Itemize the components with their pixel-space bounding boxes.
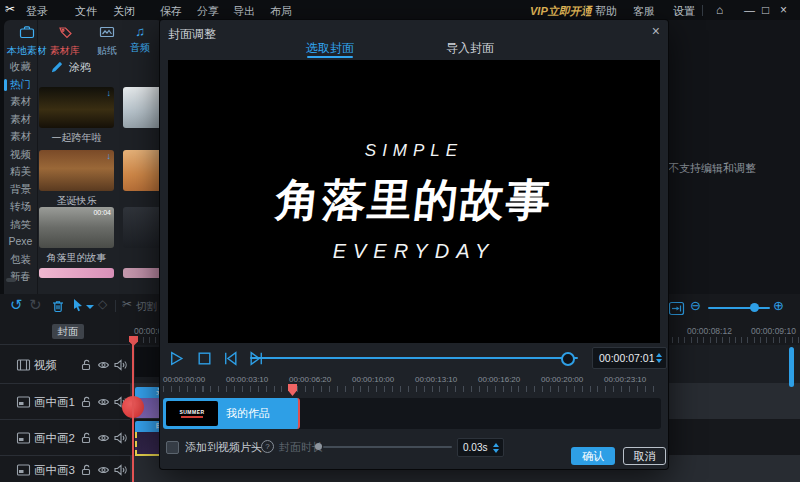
media-thumbnail[interactable]: 电 [123, 207, 163, 265]
eye-icon[interactable] [97, 432, 110, 444]
category-item[interactable]: 转场 [4, 198, 37, 216]
step-up-icon[interactable] [493, 443, 499, 447]
menu-settings[interactable]: 设置 [673, 4, 695, 19]
clip-thumbnail: SUMMER [166, 401, 218, 426]
category-item[interactable]: Pexe [4, 233, 37, 251]
home-icon[interactable]: ⌂ [716, 3, 723, 17]
menu-support[interactable]: 客服 [633, 4, 655, 19]
toolbox-icon [19, 25, 35, 39]
trash-icon[interactable] [51, 299, 65, 313]
category-item[interactable]: 搞笑 [4, 216, 37, 234]
track-header-pip1[interactable]: 画中画1 [0, 383, 130, 420]
menu-file[interactable]: 文件 [75, 4, 97, 19]
track-header-video[interactable]: 视频 [0, 344, 130, 384]
add-to-head-checkbox[interactable] [166, 441, 179, 454]
minimize-icon[interactable]: — [744, 4, 755, 16]
lock-icon[interactable] [80, 432, 92, 444]
select-cursor-icon[interactable] [71, 298, 84, 312]
window-close-icon[interactable]: × [780, 3, 787, 17]
timecode-input[interactable]: 00:00:07:01 [592, 347, 667, 369]
lock-icon[interactable] [80, 396, 92, 408]
vip-upgrade-button[interactable]: VIP立即开通 [530, 4, 592, 19]
modal-ruler-ticks[interactable] [163, 386, 661, 392]
track-label: 画中画1 [34, 395, 75, 410]
menu-share[interactable]: 分享 [197, 4, 219, 19]
speaker-icon[interactable] [114, 432, 128, 444]
project-clip[interactable]: SUMMER 我的作品 [163, 398, 300, 429]
media-thumbnail[interactable]: 00:04 角落里的故事 [39, 207, 114, 265]
duration-stepper[interactable] [493, 443, 499, 453]
thumbnail-label: 夏日 [123, 194, 163, 208]
cover-button[interactable]: 封面 [52, 324, 84, 339]
timecode-stepper[interactable] [656, 353, 662, 363]
scissors-cut-icon[interactable]: ✂ [122, 298, 132, 310]
step-down-icon[interactable] [656, 359, 662, 363]
keyframe-diamond-icon[interactable]: ◇ [98, 298, 107, 310]
category-video[interactable]: 视频 [4, 146, 37, 164]
timeline-zoom-slider[interactable] [708, 307, 770, 309]
eye-icon[interactable] [97, 396, 110, 408]
zoom-slider-handle[interactable] [750, 303, 759, 312]
media-thumbnail-partial[interactable] [123, 268, 163, 278]
category-scrollbar[interactable] [6, 278, 16, 282]
stop-icon[interactable] [196, 350, 213, 367]
category-hot[interactable]: 热门 [4, 76, 37, 94]
menu-save[interactable]: 保存 [160, 4, 182, 19]
redo-icon[interactable]: ↻ [29, 297, 42, 312]
speaker-icon[interactable] [114, 464, 128, 476]
zoom-in-icon[interactable]: ⊕ [773, 299, 784, 312]
menu-close[interactable]: 关闭 [113, 4, 135, 19]
modal-playhead-marker[interactable] [288, 384, 297, 396]
eye-icon[interactable] [97, 359, 110, 371]
download-icon[interactable]: ↓ [107, 88, 112, 98]
media-collection-header[interactable]: 涂鸦 [50, 60, 91, 75]
duration-slider-handle[interactable] [315, 443, 322, 450]
category-favorites[interactable]: 收藏 [4, 58, 37, 76]
cancel-button[interactable]: 取消 [623, 447, 666, 465]
tab-select-cover[interactable]: 选取封面 [290, 40, 370, 57]
media-thumbnail[interactable]: 冬日 [123, 87, 163, 145]
step-down-icon[interactable] [493, 449, 499, 453]
duration-slider[interactable] [323, 446, 452, 448]
skip-start-icon[interactable] [222, 350, 239, 367]
menu-help[interactable]: 帮助 [595, 4, 617, 19]
confirm-button[interactable]: 确认 [571, 447, 615, 465]
eye-icon[interactable] [97, 464, 110, 476]
play-icon[interactable] [168, 350, 185, 367]
thumbnail-label: 圣诞快乐 [39, 194, 114, 208]
category-item[interactable]: 素材 [4, 93, 37, 111]
menu-export[interactable]: 导出 [233, 4, 255, 19]
login-button[interactable]: 登录 [26, 4, 48, 19]
duration-input[interactable]: 0.03s [457, 438, 504, 457]
undo-icon[interactable]: ↺ [10, 297, 23, 312]
category-item[interactable]: 素材 [4, 111, 37, 129]
chevron-down-icon[interactable] [86, 305, 94, 309]
help-icon[interactable]: ? [261, 440, 274, 453]
category-item[interactable]: 素材 [4, 128, 37, 146]
category-item[interactable]: 背景 [4, 181, 37, 199]
fit-timeline-icon[interactable] [668, 301, 685, 316]
seek-slider-handle[interactable] [561, 352, 575, 366]
timeline-scrollbar[interactable] [789, 347, 794, 387]
seek-slider[interactable] [250, 357, 578, 359]
track-header-pip3[interactable]: 画中画3 [0, 455, 130, 482]
category-item[interactable]: 精美 [4, 163, 37, 181]
media-thumbnail[interactable]: ↓ 一起跨年啦 [39, 87, 114, 145]
media-thumbnail[interactable]: 夏日 [123, 150, 163, 208]
playhead-line[interactable] [132, 336, 134, 482]
maximize-icon[interactable]: □ [762, 3, 769, 17]
zoom-out-icon[interactable]: ⊖ [690, 299, 701, 312]
menu-layout[interactable]: 布局 [270, 4, 292, 19]
speaker-icon[interactable] [114, 359, 128, 371]
category-item[interactable]: 新春 [4, 268, 37, 286]
media-thumbnail[interactable]: ↓ 圣诞快乐 [39, 150, 114, 208]
download-icon[interactable]: ↓ [107, 151, 112, 161]
track-header-pip2[interactable]: 画中画2 [0, 419, 130, 456]
lock-icon[interactable] [80, 464, 92, 476]
step-up-icon[interactable] [656, 353, 662, 357]
media-thumbnail-partial[interactable] [39, 268, 114, 278]
lock-icon[interactable] [80, 359, 92, 371]
tab-import-cover[interactable]: 导入封面 [430, 40, 510, 57]
modal-close-icon[interactable]: × [652, 23, 660, 39]
category-item[interactable]: 包装 [4, 251, 37, 269]
